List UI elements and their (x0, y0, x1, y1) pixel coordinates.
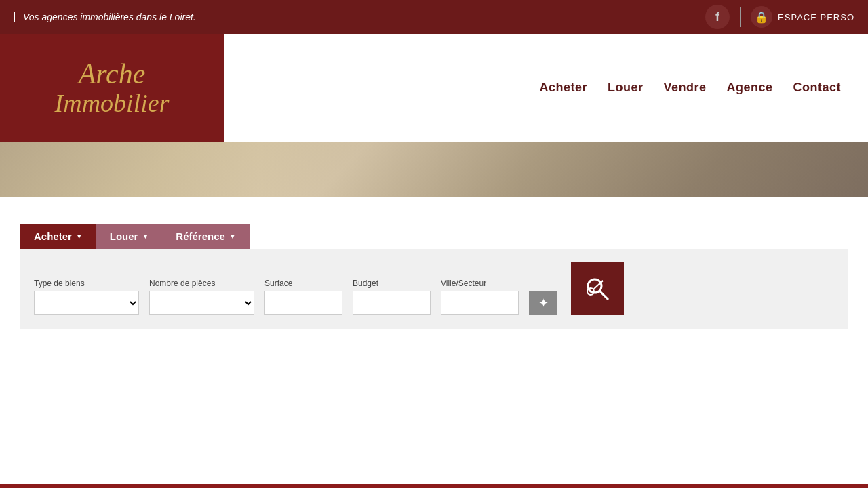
tab-acheter[interactable]: Acheter ▼ (20, 224, 96, 249)
svg-line-1 (599, 291, 608, 300)
top-bar-right: f 🔒 ESPACE PERSO (705, 5, 854, 29)
budget-group: Budget (353, 279, 431, 315)
tab-louer-arrow: ▼ (142, 232, 149, 240)
tab-reference-arrow: ▼ (229, 232, 236, 240)
map-icon: ✦ (538, 296, 549, 310)
ville-secteur-input[interactable] (441, 291, 519, 315)
nombre-pieces-group: Nombre de pièces 1 2 3 4 5 6+ (149, 279, 254, 315)
hero-image (0, 142, 868, 197)
ville-secteur-group: Ville/Secteur (441, 279, 519, 315)
tab-louer-label: Louer (110, 230, 138, 242)
surface-input[interactable] (264, 291, 342, 315)
budget-input[interactable] (353, 291, 431, 315)
footer-bar (0, 484, 868, 488)
surface-label: Surface (264, 279, 342, 288)
tab-acheter-label: Acheter (34, 230, 72, 242)
header: Arche Immobilier Acheter Louer Vendre Ag… (0, 34, 868, 142)
logo: Arche Immobilier (55, 58, 170, 118)
budget-label: Budget (353, 279, 431, 288)
espace-perso-button[interactable]: 🔒 ESPACE PERSO (751, 6, 854, 28)
tab-reference-label: Référence (176, 230, 225, 242)
nav-agence[interactable]: Agence (726, 81, 772, 95)
tab-reference[interactable]: Référence ▼ (162, 224, 249, 249)
facebook-icon[interactable]: f (705, 5, 730, 29)
tab-louer[interactable]: Louer ▼ (96, 224, 163, 249)
search-area: Acheter ▼ Louer ▼ Référence ▼ Type de bi… (0, 197, 868, 369)
nav-louer[interactable]: Louer (608, 81, 644, 95)
nav-vendre[interactable]: Vendre (663, 81, 706, 95)
top-bar: Vos agences immobilières dans le Loiret.… (0, 0, 868, 34)
type-biens-group: Type de biens Appartement Maison Terrain… (34, 279, 139, 315)
main-nav: Acheter Louer Vendre Agence Contact (512, 81, 868, 95)
surface-group: Surface (264, 279, 342, 315)
tab-acheter-arrow: ▼ (76, 232, 83, 240)
divider (740, 7, 741, 27)
search-tabs: Acheter ▼ Louer ▼ Référence ▼ (20, 224, 848, 249)
ville-secteur-label: Ville/Secteur (441, 279, 519, 288)
lock-icon: 🔒 (751, 6, 772, 28)
logo-box: Arche Immobilier (0, 34, 224, 142)
tagline: Vos agences immobilières dans le Loiret. (14, 12, 196, 22)
nombre-pieces-label: Nombre de pièces (149, 279, 254, 288)
logo-line1: Arche (55, 58, 170, 89)
hero-banner (0, 142, 868, 197)
nav-contact[interactable]: Contact (793, 81, 842, 95)
search-button[interactable] (571, 262, 624, 315)
type-biens-label: Type de biens (34, 279, 139, 288)
svg-line-4 (601, 281, 603, 283)
search-form: Type de biens Appartement Maison Terrain… (20, 249, 848, 329)
espace-perso-label: ESPACE PERSO (778, 12, 854, 22)
nav-acheter[interactable]: Acheter (539, 81, 587, 95)
nombre-pieces-select[interactable]: 1 2 3 4 5 6+ (149, 291, 254, 315)
logo-line2: Immobilier (55, 89, 170, 118)
type-biens-select[interactable]: Appartement Maison Terrain Commerce Bure… (34, 291, 139, 315)
map-button[interactable]: ✦ (529, 291, 557, 315)
search-icon (584, 275, 611, 302)
